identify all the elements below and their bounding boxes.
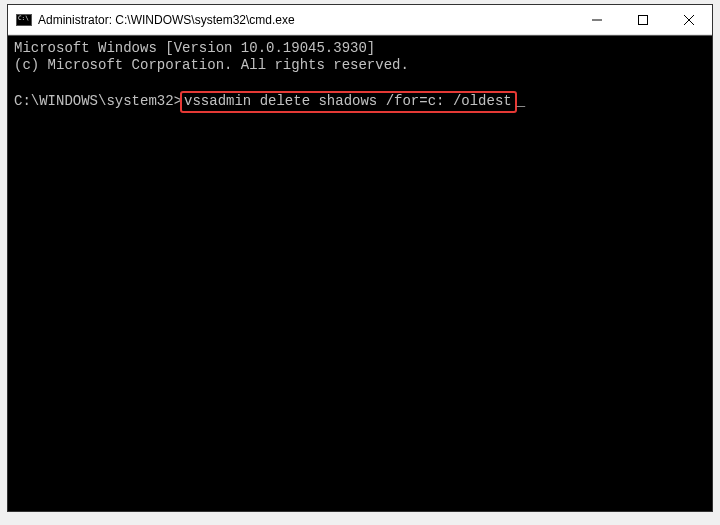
terminal-output-line: (c) Microsoft Corporation. All rights re… (14, 57, 706, 74)
terminal-output-line: Microsoft Windows [Version 10.0.19045.39… (14, 40, 706, 57)
close-button[interactable] (666, 5, 712, 34)
cmd-icon (16, 12, 32, 28)
close-icon (684, 15, 694, 25)
minimize-icon (592, 15, 602, 25)
maximize-button[interactable] (620, 5, 666, 34)
terminal-area[interactable]: Microsoft Windows [Version 10.0.19045.39… (8, 35, 712, 511)
terminal-prompt-line: C:\WINDOWS\system32>vssadmin delete shad… (14, 91, 525, 113)
terminal-command[interactable]: vssadmin delete shadows /for=c: /oldest (184, 93, 512, 109)
svg-rect-1 (639, 15, 648, 24)
terminal-cursor: _ (517, 93, 525, 109)
maximize-icon (638, 15, 648, 25)
window-title: Administrator: C:\WINDOWS\system32\cmd.e… (38, 13, 574, 27)
titlebar[interactable]: Administrator: C:\WINDOWS\system32\cmd.e… (8, 5, 712, 35)
window-controls (574, 5, 712, 34)
terminal-prompt: C:\WINDOWS\system32> (14, 93, 182, 109)
command-highlight: vssadmin delete shadows /for=c: /oldest (180, 91, 517, 113)
cmd-window: Administrator: C:\WINDOWS\system32\cmd.e… (7, 4, 713, 512)
minimize-button[interactable] (574, 5, 620, 34)
